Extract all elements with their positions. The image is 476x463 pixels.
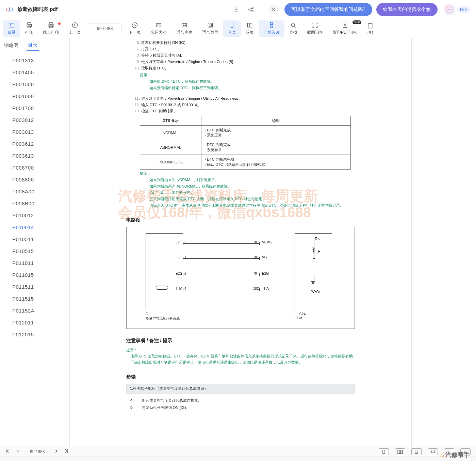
view-single-icon[interactable] <box>379 448 389 455</box>
page-indicator[interactable]: 99 / 988 <box>88 23 122 34</box>
tool-label: 单页 <box>228 30 236 35</box>
ai-fortune-chip[interactable]: 给我今天的运势求个签 <box>376 3 438 16</box>
toc-item[interactable]: P008A00 <box>0 186 69 197</box>
hint-item: 如果判断结果为 NORMAL，则系统正常。 <box>149 177 355 183</box>
single-icon <box>229 21 235 29</box>
app-logo-icon <box>5 5 14 14</box>
toc-item[interactable]: P011511 <box>0 281 69 293</box>
tool-fit_page[interactable]: 适合页面 <box>197 20 223 37</box>
tool-continuous[interactable]: 连续阅读 <box>259 20 284 37</box>
crop_ocr-icon <box>312 21 318 29</box>
prev-page-button[interactable] <box>16 449 20 454</box>
toc-item[interactable]: P011011 <box>0 257 69 269</box>
toc-item[interactable]: P001500 <box>0 78 69 90</box>
toc-item[interactable]: P011515 <box>0 293 69 305</box>
svg-rect-25 <box>270 23 273 25</box>
tool-online_print[interactable]: 线上打印 <box>38 20 64 37</box>
toc-item[interactable]: P001313 <box>0 54 69 66</box>
svg-rect-34 <box>415 450 418 451</box>
svg-rect-35 <box>415 452 418 453</box>
toc-item[interactable]: P010014 <box>0 221 69 233</box>
page-indicator-bottom: 99 / 988 <box>30 449 45 454</box>
sub-step: a.断开质量空气流量计分总成连接器。 <box>126 397 355 404</box>
toc-item[interactable]: P001600 <box>0 90 69 102</box>
toc-item[interactable]: P003012 <box>0 114 69 126</box>
tool-crop_ocr[interactable]: 截图识字 <box>302 20 328 37</box>
notes-hint-body: 使用 GTS 读取定格数据。DTC 一被存储，ECM 就将车辆和驾驶条件信息以定… <box>130 353 355 365</box>
sub-step: b.将发动机开关转到 ON (IG)。 <box>126 404 355 411</box>
tool-print[interactable]: 打印 <box>20 20 38 37</box>
toc-item[interactable]: P003612 <box>0 138 69 150</box>
toc-item[interactable]: P010515 <box>0 245 69 257</box>
view-double-icon[interactable] <box>395 448 405 455</box>
toc-item[interactable]: P012011 <box>0 317 69 329</box>
svg-point-7 <box>450 9 450 10</box>
tool-prev[interactable]: 上一页 <box>64 20 86 37</box>
svip-badge: SVIP <box>352 20 361 24</box>
toc-item[interactable]: P003013 <box>0 126 69 138</box>
ai-avatar-icon[interactable] <box>444 4 455 15</box>
toc-item[interactable]: P010511 <box>0 233 69 245</box>
last-page-button[interactable] <box>64 449 69 454</box>
tool-label: 下一页 <box>129 30 141 35</box>
toc-item[interactable]: P012015 <box>0 329 69 340</box>
prev-icon <box>71 21 78 29</box>
next-page-button[interactable] <box>54 449 58 454</box>
toc-item[interactable]: P001700 <box>0 102 69 114</box>
tool-actual_size[interactable]: 1:1实际大小 <box>146 20 171 37</box>
hi-pill[interactable]: Hi <box>457 6 471 13</box>
tool-next[interactable]: 下一页 <box>124 20 146 37</box>
toc-item[interactable]: P01152A <box>0 305 69 317</box>
tool-scan_pdf[interactable]: 影印PDF识别SVIP <box>328 20 362 37</box>
share-button[interactable] <box>245 3 257 16</box>
tool-single[interactable]: 单页 <box>223 20 241 37</box>
toc-item[interactable]: P001400 <box>0 66 69 78</box>
steps-title: 步骤 <box>126 374 355 380</box>
svg-rect-22 <box>231 23 233 27</box>
tool-double[interactable]: 双页 <box>241 20 259 37</box>
step-item: 12.输入 DTC：P010012 或 P010014。 <box>141 102 355 108</box>
hint-item: 如果判断结果为 ABNORMAL，则系统存在故障。 <box>149 183 355 190</box>
toc-item[interactable]: P003613 <box>0 150 69 162</box>
toc-item[interactable]: P008700 <box>0 162 69 174</box>
tool-toc[interactable]: 目录 <box>3 20 20 37</box>
side-tab-缩略图[interactable]: 缩略图 <box>3 41 20 51</box>
gts-cell: · DTC 判断未完成· 确认 DTC 启动条件后执行行驶模式 <box>201 155 351 169</box>
tool-pdf_trunc[interactable]: PD <box>362 20 378 37</box>
actual_size-icon: 1:1 <box>155 21 162 29</box>
toc-item[interactable]: P008B00 <box>0 197 69 209</box>
next-icon <box>131 21 138 29</box>
find-icon <box>290 21 297 29</box>
view-ratio-icon[interactable]: 1:1 <box>428 448 438 455</box>
ai-question-chip[interactable]: 可以基于文档内容回答我的问题吗? <box>284 3 372 16</box>
side-tab-目录[interactable]: 目录 <box>27 40 39 51</box>
step-item: 7.打开 GTS。 <box>141 46 355 52</box>
tool-find[interactable]: 查找 <box>284 20 302 37</box>
download-button[interactable] <box>230 3 242 16</box>
continuous-icon <box>268 21 275 29</box>
h-scrollbar[interactable] <box>0 456 476 461</box>
step-item: 13.检查 DTC 判断结果。 <box>141 108 355 114</box>
svg-rect-23 <box>247 23 249 27</box>
svg-rect-32 <box>398 450 400 453</box>
toc-item[interactable]: P010012 <box>0 209 69 221</box>
toc-item[interactable]: P011015 <box>0 269 69 281</box>
hint-item: 如果没有输出特定 DTC，则执行下列步骤。 <box>149 85 355 91</box>
tool-fit_width[interactable]: 适合宽度 <box>171 20 197 37</box>
step-item: 9.进入以下菜单：Powertrain / Engine / Trouble C… <box>141 59 355 65</box>
online_print-icon <box>48 21 54 29</box>
circuit-diagram: 5V378VCVGFG1101VGE2G279E2GTHA4102THA C11… <box>126 227 355 329</box>
tool-label: 目录 <box>7 30 16 35</box>
gts-cell: NORMAL <box>140 125 201 140</box>
svg-rect-33 <box>400 450 403 453</box>
notes-title: 注意事项 / 备注 / 提示 <box>126 338 355 344</box>
view-continuous-icon[interactable] <box>411 448 422 455</box>
toc-item[interactable]: P008800 <box>0 174 69 186</box>
first-page-button[interactable] <box>5 449 10 454</box>
tool-label: 截图识字 <box>307 30 323 35</box>
pdf_trunc-icon <box>367 22 374 30</box>
circuit-c11: C11 <box>146 312 152 316</box>
scan_pdf-icon <box>342 21 348 29</box>
hint-item: 清除永久 DTC 时，不要从蓄电池端子上断开电缆或尝试通过本程序清除 DTC，否… <box>149 202 355 209</box>
close-chat-button[interactable] <box>269 5 278 14</box>
